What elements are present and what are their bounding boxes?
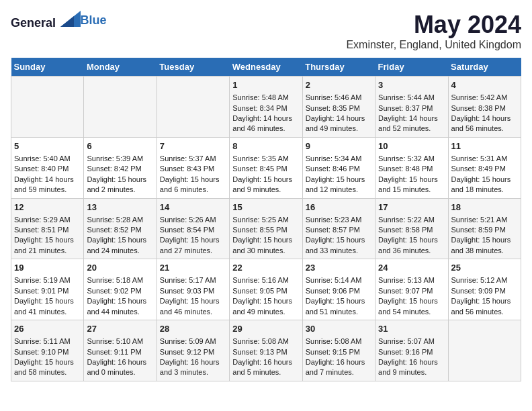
sunset-text: Sunset: 9:02 PM — [87, 286, 153, 296]
day-number: 26 — [14, 323, 81, 335]
calendar-cell: 14Sunrise: 5:26 AMSunset: 8:54 PMDayligh… — [157, 198, 229, 259]
calendar-cell: 21Sunrise: 5:17 AMSunset: 9:03 PMDayligh… — [157, 259, 229, 320]
calendar-cell — [157, 77, 229, 138]
sunrise-text: Sunrise: 5:26 AM — [160, 215, 226, 225]
sunrise-text: Sunrise: 5:42 AM — [451, 93, 518, 103]
daylight-text: Daylight: 15 hours and 9 minutes. — [232, 175, 299, 195]
sunrise-text: Sunrise: 5:09 AM — [160, 336, 226, 347]
sunset-text: Sunset: 8:43 PM — [160, 164, 226, 174]
day-number: 25 — [451, 262, 518, 274]
daylight-text: Daylight: 15 hours and 12 minutes. — [306, 175, 372, 195]
daylight-text: Daylight: 15 hours and 46 minutes. — [160, 296, 226, 317]
day-number: 15 — [232, 201, 299, 214]
calendar-cell: 24Sunrise: 5:13 AMSunset: 9:07 PMDayligh… — [375, 259, 448, 320]
day-number: 2 — [306, 79, 372, 91]
sunrise-text: Sunrise: 5:32 AM — [378, 154, 445, 164]
day-number: 23 — [306, 262, 372, 274]
sunset-text: Sunset: 9:09 PM — [451, 286, 518, 296]
calendar-cell: 18Sunrise: 5:21 AMSunset: 8:59 PMDayligh… — [448, 198, 521, 259]
sunset-text: Sunset: 8:54 PM — [160, 225, 226, 235]
day-number: 11 — [451, 140, 518, 152]
calendar-cell: 28Sunrise: 5:09 AMSunset: 9:12 PMDayligh… — [157, 320, 229, 381]
sunset-text: Sunset: 9:06 PM — [306, 286, 372, 296]
daylight-text: Daylight: 15 hours and 44 minutes. — [87, 296, 153, 317]
calendar-cell: 31Sunrise: 5:07 AMSunset: 9:16 PMDayligh… — [375, 320, 448, 381]
sunset-text: Sunset: 9:05 PM — [232, 286, 299, 296]
sunset-text: Sunset: 8:49 PM — [451, 164, 518, 174]
sunrise-text: Sunrise: 5:11 AM — [14, 336, 81, 347]
daylight-text: Daylight: 15 hours and 38 minutes. — [451, 235, 518, 256]
sunset-text: Sunset: 8:34 PM — [232, 103, 299, 113]
sunrise-text: Sunrise: 5:08 AM — [306, 336, 372, 347]
daylight-text: Daylight: 15 hours and 21 minutes. — [14, 235, 81, 256]
logo-general: General — [11, 16, 56, 30]
daylight-text: Daylight: 15 hours and 58 minutes. — [14, 357, 81, 378]
sunrise-text: Sunrise: 5:23 AM — [306, 215, 372, 225]
day-number: 24 — [378, 262, 445, 274]
title-area: May 2024 Exminster, England, United King… — [346, 11, 521, 51]
calendar-cell: 13Sunrise: 5:28 AMSunset: 8:52 PMDayligh… — [84, 198, 157, 259]
calendar-cell: 7Sunrise: 5:37 AMSunset: 8:43 PMDaylight… — [157, 137, 229, 198]
month-title: May 2024 — [346, 11, 521, 39]
daylight-text: Daylight: 15 hours and 54 minutes. — [378, 296, 445, 317]
calendar-cell: 6Sunrise: 5:39 AMSunset: 8:42 PMDaylight… — [84, 137, 157, 198]
sunrise-text: Sunrise: 5:08 AM — [232, 336, 299, 347]
weekday-header-tuesday: Tuesday — [157, 58, 229, 77]
day-number: 20 — [87, 262, 153, 274]
sunrise-text: Sunrise: 5:35 AM — [232, 154, 299, 164]
calendar-cell: 23Sunrise: 5:14 AMSunset: 9:06 PMDayligh… — [302, 259, 375, 320]
day-number: 29 — [232, 323, 299, 335]
calendar-cell: 5Sunrise: 5:40 AMSunset: 8:40 PMDaylight… — [11, 137, 84, 198]
sunrise-text: Sunrise: 5:34 AM — [306, 154, 372, 164]
daylight-text: Daylight: 15 hours and 36 minutes. — [378, 235, 445, 256]
sunrise-text: Sunrise: 5:28 AM — [87, 215, 153, 225]
day-number: 7 — [160, 140, 226, 152]
calendar-cell: 16Sunrise: 5:23 AMSunset: 8:57 PMDayligh… — [302, 198, 375, 259]
sunrise-text: Sunrise: 5:48 AM — [232, 93, 299, 103]
daylight-text: Daylight: 15 hours and 27 minutes. — [160, 235, 226, 256]
sunrise-text: Sunrise: 5:18 AM — [87, 275, 153, 285]
sunset-text: Sunset: 9:03 PM — [160, 286, 226, 296]
daylight-text: Daylight: 15 hours and 33 minutes. — [306, 235, 372, 256]
day-number: 14 — [160, 201, 226, 214]
sunrise-text: Sunrise: 5:14 AM — [306, 275, 372, 285]
calendar-cell: 19Sunrise: 5:19 AMSunset: 9:01 PMDayligh… — [11, 259, 84, 320]
location-title: Exminster, England, United Kingdom — [346, 39, 521, 51]
day-number: 18 — [451, 201, 518, 214]
weekday-header-saturday: Saturday — [448, 58, 521, 77]
daylight-text: Daylight: 15 hours and 56 minutes. — [451, 296, 518, 317]
calendar-cell: 17Sunrise: 5:22 AMSunset: 8:58 PMDayligh… — [375, 198, 448, 259]
calendar-cell: 9Sunrise: 5:34 AMSunset: 8:46 PMDaylight… — [302, 137, 375, 198]
sunset-text: Sunset: 8:35 PM — [306, 103, 372, 113]
sunrise-text: Sunrise: 5:37 AM — [160, 154, 226, 164]
daylight-text: Daylight: 14 hours and 49 minutes. — [306, 113, 372, 134]
sunset-text: Sunset: 8:59 PM — [451, 225, 518, 235]
sunset-text: Sunset: 9:15 PM — [306, 347, 372, 357]
daylight-text: Daylight: 15 hours and 30 minutes. — [232, 235, 299, 256]
day-number: 4 — [451, 79, 518, 91]
calendar-cell: 25Sunrise: 5:12 AMSunset: 9:09 PMDayligh… — [448, 259, 521, 320]
day-number: 10 — [378, 140, 445, 152]
daylight-text: Daylight: 14 hours and 52 minutes. — [378, 113, 445, 134]
calendar-cell — [448, 320, 521, 381]
calendar-cell — [84, 77, 157, 138]
sunset-text: Sunset: 9:12 PM — [160, 347, 226, 357]
calendar-cell: 1Sunrise: 5:48 AMSunset: 8:34 PMDaylight… — [230, 77, 302, 138]
day-number: 28 — [160, 323, 226, 335]
sunset-text: Sunset: 8:46 PM — [306, 164, 372, 174]
sunset-text: Sunset: 8:40 PM — [14, 164, 81, 174]
daylight-text: Daylight: 16 hours and 9 minutes. — [378, 357, 445, 378]
daylight-text: Daylight: 15 hours and 2 minutes. — [87, 175, 153, 195]
sunrise-text: Sunrise: 5:19 AM — [14, 275, 81, 285]
day-number: 27 — [87, 323, 153, 335]
calendar-cell: 2Sunrise: 5:46 AMSunset: 8:35 PMDaylight… — [302, 77, 375, 138]
daylight-text: Daylight: 15 hours and 24 minutes. — [87, 235, 153, 256]
calendar-week-row: 5Sunrise: 5:40 AMSunset: 8:40 PMDaylight… — [11, 137, 521, 198]
day-number: 8 — [232, 140, 299, 152]
svg-marker-1 — [60, 16, 74, 27]
daylight-text: Daylight: 15 hours and 18 minutes. — [451, 175, 518, 195]
weekday-header-sunday: Sunday — [11, 58, 84, 77]
daylight-text: Daylight: 14 hours and 56 minutes. — [451, 113, 518, 134]
day-number: 17 — [378, 201, 445, 214]
calendar-week-row: 19Sunrise: 5:19 AMSunset: 9:01 PMDayligh… — [11, 259, 521, 320]
